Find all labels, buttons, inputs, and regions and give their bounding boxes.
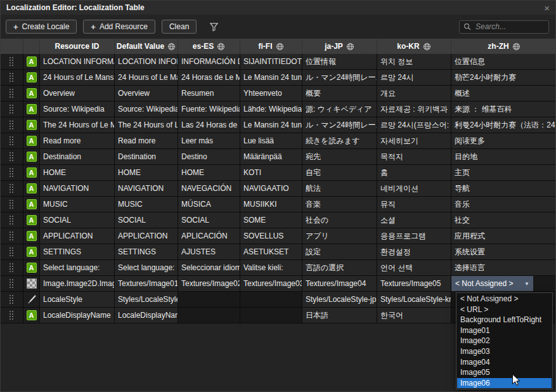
cell-translation[interactable]: 位置情報 (302, 54, 377, 70)
cell-translation[interactable]: Las 24 Horas de Le Mans (178, 117, 240, 133)
cell-translation[interactable] (240, 308, 302, 323)
cell-translation[interactable]: 設定 (302, 244, 377, 260)
cell-translation[interactable]: Fuente: Wikipedia (178, 101, 240, 117)
cell-translation[interactable]: 音楽 (302, 197, 377, 212)
cell-translation[interactable] (240, 292, 302, 308)
cell-translation[interactable]: NAVIGAATIO (240, 181, 302, 197)
dropdown-option[interactable]: Image06 (457, 378, 552, 389)
row-drag-handle[interactable] (1, 276, 23, 292)
cell-translation[interactable]: MUSIC (115, 197, 178, 212)
row-drag-handle[interactable] (1, 86, 23, 101)
cell-translation[interactable]: ASETUKSET (240, 244, 302, 260)
cell-translation[interactable]: 音乐 (451, 197, 556, 212)
cell-translation[interactable]: 続きを読みます (302, 133, 377, 149)
cell-translation[interactable]: Textures/Image02 (178, 276, 240, 292)
cell-translation[interactable]: AJUSTES (178, 244, 240, 260)
cell-translation[interactable]: 系统设置 (451, 244, 556, 260)
cell-translation[interactable]: 응용프로그램 (377, 228, 451, 244)
cell-translation[interactable]: Destination (115, 149, 178, 165)
cell-translation[interactable]: 航法 (302, 181, 377, 197)
cell-translation[interactable]: 选择语言 (451, 260, 556, 276)
cell-translation[interactable]: SIJAINTITIEDOT (240, 54, 302, 70)
cell-translation[interactable]: 언어 선택 (377, 260, 451, 276)
cell-translation[interactable]: Textures/Image01 (115, 276, 178, 292)
cell-translation[interactable]: Le Mansin 24 tunnin ajo (240, 117, 302, 133)
row-drag-handle[interactable] (1, 197, 23, 212)
cell-resource-id[interactable]: APPLICATION (40, 228, 115, 244)
add-resource-button[interactable]: + Add Resource (83, 20, 155, 34)
cell-translation[interactable]: APPLICATION (115, 228, 178, 244)
cell-translation[interactable]: 阅读更多 (451, 133, 556, 149)
search-input[interactable] (474, 22, 545, 32)
cell-translation[interactable]: 홈 (377, 165, 451, 181)
cell-resource-id[interactable]: LOCATION INFORMATION (40, 54, 115, 70)
cell-translation[interactable]: 자료제공 : 위키백과 (377, 101, 451, 117)
cell-resource-id[interactable]: SOCIAL (40, 212, 115, 228)
cell-resource-id[interactable]: LocaleDisplayName (40, 308, 115, 323)
cell-translation[interactable]: NAVEGACIÓN (178, 181, 240, 197)
cell-translation[interactable]: 한국어 (377, 308, 451, 323)
search-box[interactable] (459, 20, 549, 34)
cell-translation[interactable]: 言語の選択 (302, 260, 377, 276)
cell-translation[interactable]: 社会の (302, 212, 377, 228)
dropdown-option[interactable]: Image03 (457, 346, 552, 357)
cell-translation[interactable]: Leer más (178, 133, 240, 149)
cell-translation[interactable]: SOCIAL (115, 212, 178, 228)
cell-translation[interactable]: 利曼24小时耐力赛（法语：24 H (451, 117, 556, 133)
cell-translation[interactable]: SOCIAL (178, 212, 240, 228)
dropdown-option[interactable]: Image05 (457, 367, 552, 378)
cell-translation[interactable]: 르망 24시 (377, 70, 451, 86)
cell-translation[interactable]: APLICACIÓN (178, 228, 240, 244)
row-drag-handle[interactable] (1, 101, 23, 117)
row-drag-handle[interactable] (1, 260, 23, 276)
cell-translation[interactable]: Määränpää (240, 149, 302, 165)
cell-translation[interactable]: 社交 (451, 212, 556, 228)
cell-translation[interactable]: The 24 Hours of Le Mans (115, 117, 178, 133)
cell-resource-id[interactable]: HOME (40, 165, 115, 181)
row-drag-handle[interactable] (1, 308, 23, 323)
cell-translation[interactable]: 应用程式 (451, 228, 556, 244)
cell-translation[interactable]: INFORMACIÓN DE UBICACIÓN (178, 54, 240, 70)
cell-translation[interactable]: SOVELLUS (240, 228, 302, 244)
cell-translation[interactable]: Select language: (115, 260, 178, 276)
cell-resource-id[interactable]: Source: Wikipedia (40, 101, 115, 117)
cell-translation[interactable]: 宛先 (302, 149, 377, 165)
row-drag-handle[interactable] (1, 244, 23, 260)
cell-translation[interactable]: 뮤직 (377, 197, 451, 212)
cell-resource-id[interactable]: The 24 Hours of Le Mans (40, 117, 115, 133)
cell-translation[interactable]: Textures/Image05 (377, 276, 451, 292)
cell-resource-id[interactable]: Overview (40, 86, 115, 101)
cell-translation[interactable] (178, 308, 240, 323)
cell-translation[interactable]: 르망 24시(프랑스어: 24 Heures (377, 117, 451, 133)
cell-translation[interactable]: Lue lisää (240, 133, 302, 149)
cell-translation[interactable]: KOTI (240, 165, 302, 181)
row-drag-handle[interactable] (1, 149, 23, 165)
cell-translation[interactable]: HOME (115, 165, 178, 181)
cell-translation[interactable] (178, 292, 240, 308)
cell-translation[interactable]: Le Mansin 24 tunnin ajo (240, 70, 302, 86)
cell-resource-id[interactable]: SETTINGS (40, 244, 115, 260)
cell-translation[interactable]: Overview (115, 86, 178, 101)
cell-translation[interactable]: 位置信息 (451, 54, 556, 70)
cell-translation[interactable]: LocaleDisplayName (115, 308, 178, 323)
cell-translation[interactable]: 소셜 (377, 212, 451, 228)
cell-translation[interactable]: 概述 (451, 86, 556, 101)
cell-translation[interactable]: Source: Wikipedia (115, 101, 178, 117)
create-locale-button[interactable]: + Create Locale (6, 20, 77, 34)
row-drag-handle[interactable] (1, 70, 23, 86)
cell-translation[interactable]: Destino (178, 149, 240, 165)
cell-translation[interactable]: アプリ (302, 228, 377, 244)
cell-resource-id[interactable]: 24 Hours of Le Mans (40, 70, 115, 86)
dropdown-option[interactable]: Image02 (457, 336, 552, 346)
cell-translation[interactable]: LOCATION INFORMATION (115, 54, 178, 70)
dropdown-option[interactable]: Image04 (457, 357, 552, 368)
cell-translation[interactable]: MÚSICA (178, 197, 240, 212)
cell-translation[interactable]: Resumen (178, 86, 240, 101)
dropdown-option[interactable]: < URL > (457, 304, 552, 315)
cell-translation[interactable]: 源: ウィキペディア (302, 101, 377, 117)
column-header-default-value[interactable]: Default Value (115, 39, 178, 54)
row-drag-handle[interactable] (1, 165, 23, 181)
column-header-es-es[interactable]: es-ES (178, 39, 240, 54)
column-header-resource-id[interactable]: Resource ID (40, 39, 115, 54)
close-icon[interactable]: × (544, 3, 550, 13)
